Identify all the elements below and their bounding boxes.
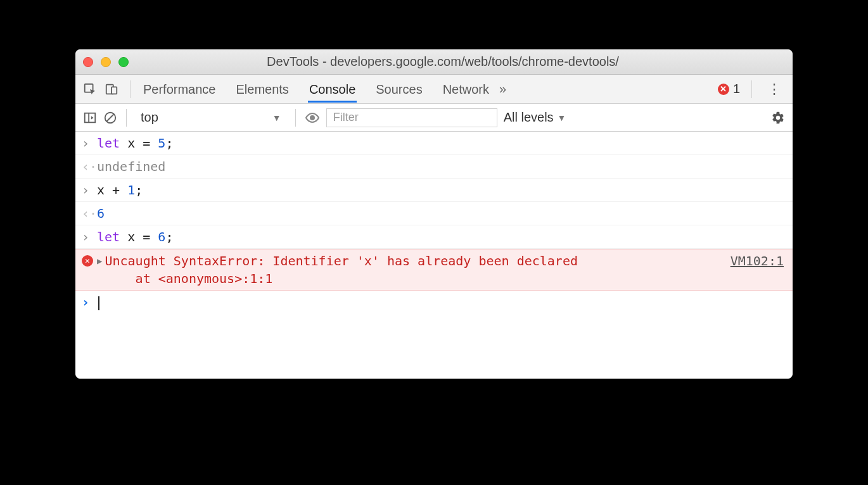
console-result: 6 — [97, 205, 784, 222]
chevron-down-icon: ▼ — [558, 113, 566, 123]
divider — [130, 80, 131, 98]
svg-line-7 — [107, 114, 114, 121]
error-icon: ✕ — [718, 84, 729, 95]
divider — [295, 109, 296, 127]
close-window-button[interactable] — [83, 57, 93, 67]
console-input-row: ›x + 1; — [75, 179, 793, 202]
result-marker-icon: ‹· — [82, 205, 97, 222]
input-marker-icon: › — [82, 134, 97, 152]
text-cursor — [98, 296, 99, 310]
console-result-row: ‹·undefined — [75, 155, 793, 179]
console-prompt-row[interactable]: › — [75, 291, 793, 313]
error-icon: ✕ — [82, 255, 93, 267]
traffic-lights — [83, 57, 129, 67]
console-code: let x = 5; — [97, 134, 784, 152]
more-options-button[interactable]: ⋮ — [763, 81, 785, 98]
svg-rect-2 — [112, 87, 117, 94]
tab-console[interactable]: Console — [308, 76, 357, 103]
console-code: x + 1; — [97, 181, 784, 199]
devtools-window: DevTools - developers.google.com/web/too… — [75, 49, 793, 379]
titlebar: DevTools - developers.google.com/web/too… — [75, 49, 793, 75]
chevron-down-icon: ▼ — [272, 113, 281, 123]
toggle-console-sidebar-icon[interactable] — [83, 111, 97, 125]
execution-context-label: top — [141, 110, 158, 125]
clear-console-icon[interactable] — [103, 111, 117, 125]
divider — [751, 80, 752, 98]
error-source-link[interactable]: VM102:1 — [731, 252, 784, 270]
console-result: undefined — [97, 158, 784, 175]
console-input-row: ›let x = 5; — [75, 132, 793, 155]
panel-tabs: PerformanceElementsConsoleSourcesNetwork — [142, 76, 490, 103]
expand-error-icon[interactable]: ▶ — [97, 252, 102, 270]
svg-point-8 — [310, 116, 314, 120]
console-prompt-input[interactable] — [97, 293, 784, 311]
device-toolbar-icon[interactable] — [105, 82, 118, 96]
console-error-row: ✕▶Uncaught SyntaxError: Identifier 'x' h… — [75, 249, 793, 291]
result-marker-icon: ‹· — [82, 158, 97, 175]
console-code: let x = 6; — [97, 228, 784, 246]
input-marker-icon: › — [82, 228, 97, 246]
tab-elements[interactable]: Elements — [235, 76, 290, 103]
zoom-window-button[interactable] — [118, 57, 129, 67]
tab-sources[interactable]: Sources — [374, 76, 423, 103]
tab-performance[interactable]: Performance — [142, 76, 217, 103]
input-marker-icon: › — [82, 181, 97, 199]
prompt-marker-icon: › — [82, 293, 97, 311]
tabs-overflow-button[interactable]: » — [497, 82, 509, 96]
minimize-window-button[interactable] — [101, 57, 111, 67]
log-levels-label: All levels — [504, 110, 554, 125]
error-count: 1 — [733, 82, 740, 96]
error-count-badge[interactable]: ✕ 1 — [718, 82, 740, 96]
svg-rect-3 — [85, 113, 96, 122]
live-expression-icon[interactable] — [305, 110, 320, 125]
console-toolbar: top ▼ All levels ▼ — [75, 104, 793, 132]
tab-network[interactable]: Network — [442, 76, 490, 103]
svg-marker-5 — [91, 116, 94, 120]
window-title: DevTools - developers.google.com/web/too… — [139, 54, 785, 69]
console-settings-icon[interactable] — [771, 111, 785, 125]
error-message: Uncaught SyntaxError: Identifier 'x' has… — [105, 252, 730, 287]
filter-input[interactable] — [326, 108, 497, 127]
console-input-row: ›let x = 6; — [75, 225, 793, 249]
inspect-element-icon[interactable] — [83, 82, 97, 96]
divider — [126, 109, 127, 127]
console-result-row: ‹·6 — [75, 202, 793, 225]
console-output: ›let x = 5;‹·undefined›x + 1;‹·6›let x =… — [75, 132, 793, 379]
inspector-icons — [83, 82, 118, 96]
panel-tabstrip: PerformanceElementsConsoleSourcesNetwork… — [75, 75, 793, 104]
log-levels-select[interactable]: All levels ▼ — [504, 110, 566, 125]
execution-context-select[interactable]: top ▼ — [136, 108, 286, 127]
